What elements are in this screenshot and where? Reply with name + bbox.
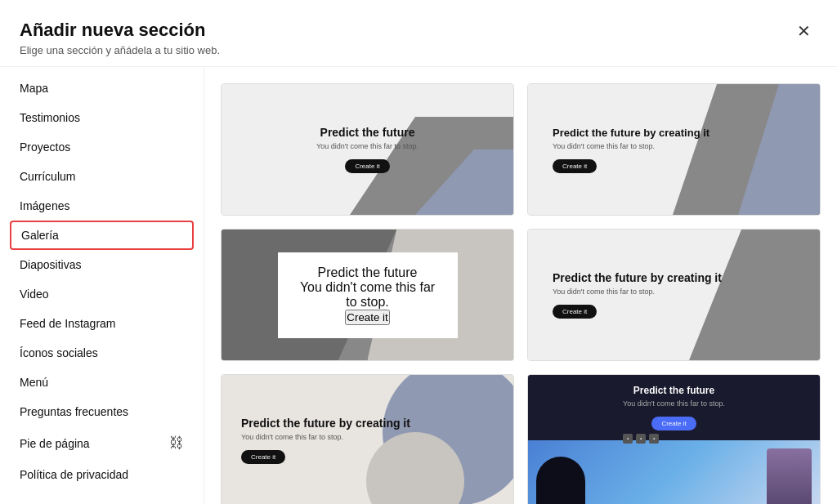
sidebar-item-label: Proyectos xyxy=(20,140,70,154)
card-content-2: Predict the future by creating it You di… xyxy=(553,127,709,173)
card-content-5: Predict the future by creating it You di… xyxy=(241,417,410,464)
sidebar-item-label: Política de privacidad xyxy=(20,468,128,481)
sidebar-item-imagenes[interactable]: Imágenes xyxy=(0,191,204,221)
card-content-4: Predict the future by creating it You di… xyxy=(553,271,722,319)
card-title-3: Predict the future xyxy=(294,265,441,280)
person-avatar xyxy=(767,448,812,504)
social-icon-instagram: ▪ xyxy=(623,434,633,444)
sidebar-item-iconos-sociales[interactable]: Íconos sociales xyxy=(0,338,204,368)
link-icon: ⛓ xyxy=(169,435,184,452)
card-white-box: Predict the future You didn't come this … xyxy=(278,252,458,338)
card-preview-4: Predict the future by creating it You di… xyxy=(528,230,820,360)
close-button[interactable]: ✕ xyxy=(790,20,817,42)
sidebar-item-proyectos[interactable]: Proyectos xyxy=(0,132,204,162)
sidebar-item-video[interactable]: Video xyxy=(0,279,204,309)
card-2[interactable]: Predict the future by creating it You di… xyxy=(527,83,821,216)
card-1[interactable]: Predict the future You didn't come this … xyxy=(221,83,514,216)
card-title-2: Predict the future by creating it xyxy=(553,127,709,139)
sidebar-item-label: Testimonios xyxy=(20,111,80,124)
sidebar-item-pie-de-pagina[interactable]: Pie de página ⛓ xyxy=(0,426,204,460)
sidebar-item-label: Galería xyxy=(21,229,59,242)
sidebar-item-diapositivas[interactable]: Diapositivas xyxy=(0,250,204,279)
card-preview-6: Predict the future You didn't come this … xyxy=(528,375,820,504)
sidebar-item-label: Diapositivas xyxy=(20,258,81,271)
card-6-bottom-image xyxy=(528,440,820,504)
social-icon-linkedin: ▪ xyxy=(636,434,646,444)
sidebar-item-politica-privacidad[interactable]: Política de privacidad xyxy=(0,460,204,489)
content-area: Predict the future You didn't come this … xyxy=(204,67,837,504)
sidebar-item-label: Íconos sociales xyxy=(20,346,98,359)
sidebar-item-label: Video xyxy=(20,288,49,301)
card-preview-1: Predict the future You didn't come this … xyxy=(222,84,513,215)
card-preview-3: Predict the future You didn't come this … xyxy=(222,230,513,360)
sidebar-item-feed-instagram[interactable]: Feed de Instagram xyxy=(0,309,204,338)
sidebar-item-label: Pie de página xyxy=(20,437,90,450)
card-preview-5: Predict the future by creating it You di… xyxy=(222,375,513,504)
person-avatar-inner xyxy=(767,448,812,504)
card-subtitle-6: You didn't come this far to stop. xyxy=(623,399,725,408)
card-subtitle-1: You didn't come this far to stop. xyxy=(316,142,418,150)
card-subtitle-4: You didn't come this far to stop. xyxy=(553,288,722,296)
card-title-4: Predict the future by creating it xyxy=(553,271,722,284)
card-6[interactable]: Predict the future You didn't come this … xyxy=(527,374,821,504)
dark-circle xyxy=(536,457,585,504)
sidebar-item-label: Currículum xyxy=(20,170,75,183)
card-btn-6[interactable]: Create it xyxy=(651,417,696,430)
sidebar-item-mapa[interactable]: Mapa xyxy=(0,74,204,103)
card-btn-4[interactable]: Create it xyxy=(553,305,597,319)
sidebar-item-label: Preguntas frecuentes xyxy=(20,405,128,418)
card-subtitle-2: You didn't come this far to stop. xyxy=(553,142,709,150)
card-btn-5[interactable]: Create it xyxy=(241,450,285,464)
modal-body: Mapa Testimonios Proyectos Currículum Im… xyxy=(0,66,837,504)
card-5[interactable]: Predict the future by creating it You di… xyxy=(221,374,514,504)
card-4[interactable]: Predict the future by creating it You di… xyxy=(527,229,821,361)
modal-header-text: Añadir nueva sección Elige una sección y… xyxy=(20,20,220,56)
modal-header: Añadir nueva sección Elige una sección y… xyxy=(0,0,837,66)
sidebar-item-label: Feed de Instagram xyxy=(20,317,116,330)
modal-subtitle: Elige una sección y añádela a tu sitio w… xyxy=(20,44,220,56)
card-title-1: Predict the future xyxy=(316,126,418,139)
card-content-1: Predict the future You didn't come this … xyxy=(316,126,418,173)
card-subtitle-3: You didn't come this far to stop. xyxy=(294,280,441,310)
card-title-6: Predict the future xyxy=(623,385,725,396)
sidebar-item-galeria[interactable]: Galería xyxy=(10,221,194,250)
card-title-5: Predict the future by creating it xyxy=(241,417,410,430)
card-btn-2[interactable]: Create it xyxy=(553,159,597,173)
sidebar-item-label: Imágenes xyxy=(20,199,69,212)
sidebar-item-testimonios[interactable]: Testimonios xyxy=(0,103,204,132)
card-preview-2: Predict the future by creating it You di… xyxy=(528,84,820,215)
sidebar-item-label: Menú xyxy=(20,376,48,389)
card-btn-1[interactable]: Create it xyxy=(345,159,389,173)
card-subtitle-5: You didn't come this far to stop. xyxy=(241,433,410,441)
modal-title: Añadir nueva sección xyxy=(20,20,220,41)
card-content-6: Predict the future You didn't come this … xyxy=(623,385,725,444)
social-icons: ▪ ▪ ▪ xyxy=(623,434,725,444)
card-3[interactable]: Predict the future You didn't come this … xyxy=(221,229,514,361)
sidebar-item-menu[interactable]: Menú xyxy=(0,368,204,397)
sidebar-item-curriculum[interactable]: Currículum xyxy=(0,162,204,191)
cards-grid: Predict the future You didn't come this … xyxy=(221,83,821,504)
modal: Añadir nueva sección Elige una sección y… xyxy=(0,0,837,504)
sidebar: Mapa Testimonios Proyectos Currículum Im… xyxy=(0,67,204,504)
social-icon-mail: ▪ xyxy=(649,434,659,444)
sidebar-item-label: Mapa xyxy=(20,82,48,95)
card-btn-3[interactable]: Create it xyxy=(345,310,389,325)
sidebar-item-preguntas-frecuentes[interactable]: Preguntas frecuentes xyxy=(0,397,204,426)
